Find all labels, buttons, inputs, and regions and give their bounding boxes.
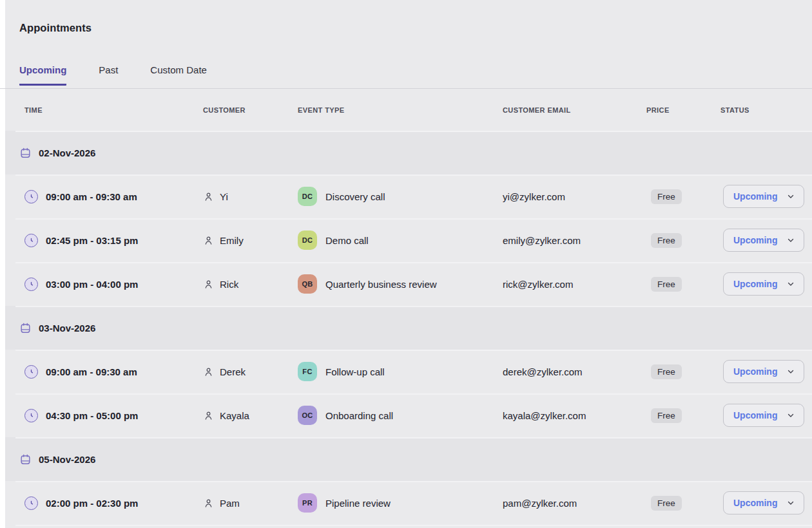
customer-cell: Pam [203,498,298,509]
customer-email: rick@zylker.com [503,279,646,290]
tab-upcoming[interactable]: Upcoming [19,64,66,86]
appointment-time: 09:00 am - 09:30 am [46,191,137,202]
status-dropdown[interactable]: Upcoming [723,360,804,383]
price-badge: Free [651,277,682,292]
appointment-row[interactable]: 09:00 am - 09:30 am Yi DC Discovery call… [5,174,812,218]
customer-name: Pam [220,498,240,509]
tab-past[interactable]: Past [99,64,118,86]
price-badge: Free [651,364,682,379]
person-icon [203,191,214,202]
chevron-down-icon [786,367,795,376]
event-type-badge: QB [298,274,317,294]
status-dropdown-value: Upcoming [733,191,777,202]
date-group-label: 05-Nov-2026 [39,454,95,465]
appointments-page: Appointments Upcoming Past Custom Date T… [5,0,812,528]
time-cell: 04:30 pm - 05:00 pm [5,409,203,422]
clock-icon [24,365,38,379]
event-type-name: Demo call [325,235,369,246]
customer-name: Rick [220,279,238,290]
date-group-header: 03-Nov-2026 [5,306,812,350]
event-type-cell: FC Follow-up call [298,362,503,381]
event-type-badge: DC [298,187,317,206]
customer-name: Kayala [220,410,249,421]
status-dropdown[interactable]: Upcoming [723,404,804,427]
column-header-customer-email: CUSTOMER EMAIL [503,106,646,114]
status-cell: Upcoming [720,229,812,252]
date-group-label: 02-Nov-2026 [39,147,95,158]
customer-name: Derek [220,366,246,377]
person-icon [203,410,214,421]
customer-email: pam@zylker.com [503,498,646,509]
chevron-down-icon [786,411,795,420]
customer-cell: Kayala [203,410,298,421]
time-cell: 02:00 pm - 02:30 pm [5,496,203,510]
price-cell: Free [646,189,720,204]
time-cell: 09:00 am - 09:30 am [5,365,203,379]
calendar-icon [19,453,32,466]
event-type-badge: DC [298,231,317,250]
person-icon [203,279,214,290]
appointment-row[interactable]: 04:30 pm - 05:00 pm Kayala OC Onboarding… [5,393,812,437]
column-header-event-type: EVENT TYPE [298,106,503,114]
status-cell: Upcoming [720,360,812,383]
status-dropdown[interactable]: Upcoming [723,491,804,514]
appointment-row[interactable]: 02:45 pm - 03:15 pm Emily DC Demo call e… [5,218,812,262]
customer-cell: Rick [203,279,298,290]
appointment-row[interactable]: 02:00 pm - 02:30 pm Pam PR Pipeline revi… [5,481,812,525]
price-cell: Free [646,496,720,511]
event-type-name: Follow-up call [325,366,385,377]
clock-icon [24,234,38,247]
status-dropdown[interactable]: Upcoming [723,185,804,208]
status-dropdown[interactable]: Upcoming [723,229,804,252]
status-cell: Upcoming [720,185,812,208]
status-dropdown-value: Upcoming [733,498,777,508]
status-dropdown-value: Upcoming [733,366,777,377]
appointment-time: 04:30 pm - 05:00 pm [46,410,138,421]
page-title: Appointments [19,22,92,34]
event-type-cell: QB Quarterly business review [298,274,503,294]
person-icon [203,366,214,377]
person-icon [203,235,214,246]
column-header-customer: CUSTOMER [203,106,298,114]
chevron-down-icon [786,498,795,507]
event-type-name: Quarterly business review [325,279,437,290]
price-cell: Free [646,408,720,423]
customer-name: Yi [220,191,228,202]
appointment-row[interactable]: 09:00 am - 09:30 am Derek FC Follow-up c… [5,350,812,393]
event-type-badge: FC [298,362,317,381]
customer-email: kayala@zylker.com [503,410,646,421]
column-header-time: TIME [5,106,203,114]
column-header-status: STATUS [720,106,812,114]
date-group-header: 02-Nov-2026 [5,131,812,174]
customer-name: Emily [220,235,244,246]
event-type-name: Onboarding call [325,410,393,421]
tab-custom-date[interactable]: Custom Date [150,64,207,86]
event-type-cell: DC Discovery call [298,187,503,206]
status-dropdown-value: Upcoming [733,235,777,245]
event-type-cell: PR Pipeline review [298,493,503,513]
status-cell: Upcoming [720,404,812,427]
price-cell: Free [646,277,720,292]
event-type-name: Pipeline review [325,498,391,509]
time-cell: 09:00 am - 09:30 am [5,190,203,203]
clock-icon [24,496,38,510]
time-cell: 02:45 pm - 03:15 pm [5,234,203,247]
calendar-icon [19,322,32,334]
customer-cell: Derek [203,366,298,377]
chevron-down-icon [786,236,795,245]
status-dropdown-value: Upcoming [733,279,777,289]
chevron-down-icon [786,279,795,288]
customer-email: yi@zylker.com [503,191,646,202]
event-type-badge: OC [298,406,317,425]
clock-icon [24,190,38,203]
status-cell: Upcoming [720,272,812,296]
appointment-row[interactable]: 03:00 pm - 04:00 pm Rick QB Quarterly bu… [5,262,812,306]
date-group-label: 03-Nov-2026 [39,323,95,334]
price-badge: Free [651,496,682,511]
clock-icon [24,409,38,422]
status-dropdown[interactable]: Upcoming [723,272,804,296]
customer-cell: Yi [203,191,298,202]
chevron-down-icon [786,192,795,201]
customer-cell: Emily [203,235,298,246]
person-icon [203,498,214,509]
